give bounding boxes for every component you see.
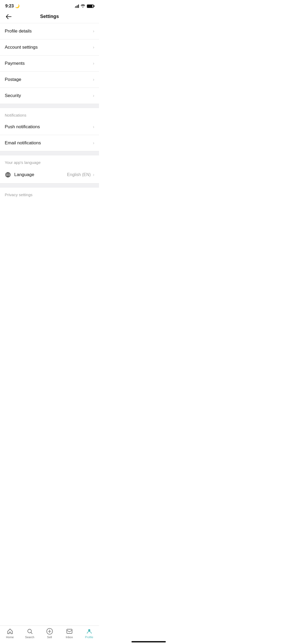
payments-label: Payments	[5, 61, 25, 66]
push-notifications-item[interactable]: Push notifications ›	[0, 119, 99, 135]
privacy-section: Privacy settings	[0, 188, 99, 199]
security-item[interactable]: Security ›	[0, 88, 99, 104]
status-icons	[74, 4, 94, 8]
chevron-right-icon: ›	[93, 141, 94, 145]
push-notifications-label: Push notifications	[5, 124, 40, 130]
security-label: Security	[5, 93, 21, 98]
moon-icon: 🌙	[15, 4, 20, 8]
profile-details-label: Profile details	[5, 29, 32, 34]
profile-details-item[interactable]: Profile details ›	[0, 23, 99, 39]
page-content: Profile details › Account settings › Pay…	[0, 23, 99, 222]
chevron-right-icon: ›	[93, 61, 94, 66]
section-divider-3	[0, 183, 99, 188]
account-section: Profile details › Account settings › Pay…	[0, 23, 99, 104]
language-item-left: Language	[5, 172, 34, 178]
postage-item[interactable]: Postage ›	[0, 72, 99, 88]
language-label: Language	[14, 172, 34, 177]
language-item-right: English (EN) ›	[67, 172, 94, 177]
email-notifications-label: Email notifications	[5, 140, 41, 146]
page-title: Settings	[40, 14, 59, 19]
payments-item[interactable]: Payments ›	[0, 56, 99, 72]
language-section-header: Your app's language	[0, 155, 99, 166]
signal-icon	[74, 4, 79, 8]
time-label: 9:23	[5, 4, 14, 8]
account-settings-label: Account settings	[5, 45, 38, 50]
section-divider-2	[0, 151, 99, 155]
language-item[interactable]: Language English (EN) ›	[0, 166, 99, 183]
chevron-right-icon: ›	[93, 77, 94, 82]
page-header: Settings	[0, 11, 99, 23]
notifications-section: Notifications Push notifications › Email…	[0, 108, 99, 151]
email-notifications-item[interactable]: Email notifications ›	[0, 135, 99, 151]
chevron-right-icon: ›	[93, 29, 94, 34]
privacy-section-header: Privacy settings	[0, 188, 99, 199]
battery-icon	[87, 4, 94, 8]
chevron-right-icon: ›	[93, 172, 94, 177]
globe-icon	[5, 172, 11, 178]
status-bar: 9:23 🌙	[0, 0, 99, 11]
chevron-right-icon: ›	[93, 125, 94, 129]
chevron-right-icon: ›	[93, 93, 94, 98]
wifi-icon	[81, 4, 85, 8]
language-value: English (EN)	[67, 172, 91, 177]
language-section: Your app's language Language English (EN	[0, 155, 99, 183]
notifications-header: Notifications	[0, 108, 99, 119]
account-settings-item[interactable]: Account settings ›	[0, 39, 99, 56]
chevron-right-icon: ›	[93, 45, 94, 50]
section-divider	[0, 104, 99, 108]
status-time: 9:23 🌙	[5, 4, 20, 8]
back-button[interactable]	[5, 13, 13, 20]
postage-label: Postage	[5, 77, 21, 82]
